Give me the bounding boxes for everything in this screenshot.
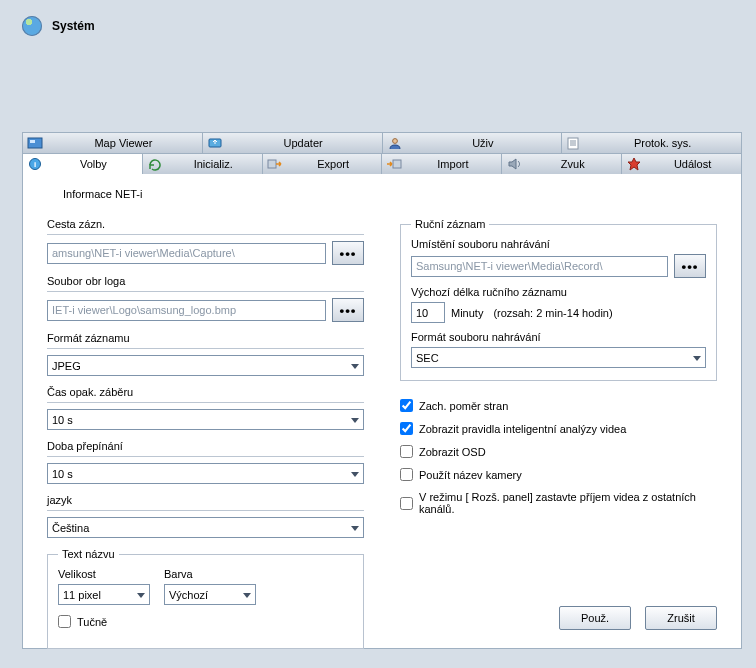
- title-text-legend: Text názvu: [58, 548, 119, 560]
- primary-tabs: Map Viewer Updater Uživ Protok. sys.: [22, 132, 742, 153]
- tab-user[interactable]: Uživ: [383, 133, 563, 153]
- language-label: jazyk: [47, 494, 364, 506]
- tab-label: Map Viewer: [49, 137, 198, 149]
- divider: [47, 510, 364, 511]
- updater-icon: [207, 136, 223, 150]
- secondary-tabs: i Volby Inicializ. Export Import: [22, 153, 742, 174]
- tab-sound[interactable]: Zvuk: [502, 154, 622, 174]
- user-icon: [387, 136, 403, 150]
- divider: [47, 348, 364, 349]
- record-location-input[interactable]: [411, 256, 668, 277]
- tab-event[interactable]: Událost: [622, 154, 741, 174]
- tab-label: Volby: [49, 158, 138, 170]
- logo-file-browse-button[interactable]: •••: [332, 298, 364, 322]
- import-icon: [386, 157, 402, 171]
- event-icon: [626, 157, 642, 171]
- tab-import[interactable]: Import: [382, 154, 502, 174]
- globe-icon: [22, 16, 42, 36]
- use-camera-name-label: Použít název kamery: [419, 469, 522, 481]
- record-file-format-label: Formát souboru nahrávání: [411, 331, 706, 343]
- system-window: Systém Map Viewer Updater Uživ Protok.: [0, 0, 756, 663]
- tab-export[interactable]: Export: [263, 154, 383, 174]
- svg-rect-1: [30, 140, 35, 143]
- repeat-time-select[interactable]: 10 s: [47, 409, 364, 430]
- svg-rect-10: [268, 160, 276, 168]
- use-camera-name-checkbox[interactable]: [400, 468, 413, 481]
- svg-text:i: i: [34, 160, 36, 169]
- svg-point-3: [392, 139, 397, 144]
- switch-time-label: Doba přepínání: [47, 440, 364, 452]
- panel-header: Informace NET-i: [63, 188, 717, 200]
- record-path-browse-button[interactable]: •••: [332, 241, 364, 265]
- manual-record-group: Ruční záznam Umístění souboru nahrávání …: [400, 218, 717, 381]
- dialog-buttons: Použ. Zrušit: [559, 606, 717, 630]
- map-viewer-icon: [27, 136, 43, 150]
- title-bar: Systém: [22, 16, 742, 36]
- tab-label: Uživ: [409, 137, 558, 149]
- tab-syslog[interactable]: Protok. sys.: [562, 133, 741, 153]
- record-path-input[interactable]: [47, 243, 326, 264]
- title-color-select[interactable]: Výchozí: [164, 584, 256, 605]
- title-text-group: Text názvu Velikost 11 pixel Barva: [47, 548, 364, 649]
- default-duration-input[interactable]: [411, 302, 445, 323]
- tab-label: Událost: [648, 158, 737, 170]
- tab-initialize[interactable]: Inicializ.: [143, 154, 263, 174]
- tab-label: Export: [289, 158, 378, 170]
- record-file-format-select[interactable]: SEC: [411, 347, 706, 368]
- tab-label: Inicializ.: [169, 158, 258, 170]
- initialize-icon: [147, 157, 163, 171]
- bold-label: Tučně: [77, 616, 107, 628]
- left-column: Cesta zázn. ••• Soubor obr loga •••: [47, 218, 364, 649]
- expanded-panel-stop-label: V režimu [ Rozš. panel] zastavte příjem …: [419, 491, 717, 515]
- logo-file-label: Soubor obr loga: [47, 275, 364, 287]
- options-icon: i: [27, 157, 43, 171]
- title-color-label: Barva: [164, 568, 256, 580]
- switch-time-select[interactable]: 10 s: [47, 463, 364, 484]
- default-duration-label: Výchozí délka ručního záznamu: [411, 286, 706, 298]
- tab-label: Protok. sys.: [588, 137, 737, 149]
- options-panel: Informace NET-i Cesta zázn. ••• Soubor o…: [22, 174, 742, 649]
- record-path-label: Cesta zázn.: [47, 218, 364, 230]
- title-size-select[interactable]: 11 pixel: [58, 584, 150, 605]
- cancel-button[interactable]: Zrušit: [645, 606, 717, 630]
- keep-aspect-checkbox[interactable]: [400, 399, 413, 412]
- record-format-label: Formát záznamu: [47, 332, 364, 344]
- divider: [47, 402, 364, 403]
- show-iva-checkbox[interactable]: [400, 422, 413, 435]
- apply-button[interactable]: Použ.: [559, 606, 631, 630]
- bold-checkbox[interactable]: [58, 615, 71, 628]
- repeat-time-label: Čas opak. záběru: [47, 386, 364, 398]
- manual-record-legend: Ruční záznam: [411, 218, 489, 230]
- tab-updater[interactable]: Updater: [203, 133, 383, 153]
- show-osd-checkbox[interactable]: [400, 445, 413, 458]
- tab-label: Zvuk: [528, 158, 617, 170]
- export-icon: [267, 157, 283, 171]
- window-title: Systém: [52, 19, 95, 33]
- tab-options[interactable]: i Volby: [23, 154, 143, 174]
- tab-label: Import: [408, 158, 497, 170]
- duration-unit: Minuty: [451, 307, 483, 319]
- record-location-browse-button[interactable]: •••: [674, 254, 706, 278]
- divider: [47, 234, 364, 235]
- tab-label: Updater: [229, 137, 378, 149]
- language-select[interactable]: Čeština: [47, 517, 364, 538]
- title-size-label: Velikost: [58, 568, 150, 580]
- right-column: Ruční záznam Umístění souboru nahrávání …: [400, 218, 717, 649]
- divider: [47, 456, 364, 457]
- show-iva-label: Zobrazit pravidla inteligentní analýzy v…: [419, 423, 626, 435]
- record-location-label: Umístění souboru nahrávání: [411, 238, 706, 250]
- logo-file-input[interactable]: [47, 300, 326, 321]
- tab-map-viewer[interactable]: Map Viewer: [23, 133, 203, 153]
- svg-rect-11: [393, 160, 401, 168]
- syslog-icon: [566, 136, 582, 150]
- divider: [47, 291, 364, 292]
- show-osd-label: Zobrazit OSD: [419, 446, 486, 458]
- duration-range: (rozsah: 2 min-14 hodin): [493, 307, 612, 319]
- record-format-select[interactable]: JPEG: [47, 355, 364, 376]
- keep-aspect-label: Zach. poměr stran: [419, 400, 508, 412]
- sound-icon: [506, 157, 522, 171]
- expanded-panel-stop-checkbox[interactable]: [400, 497, 413, 510]
